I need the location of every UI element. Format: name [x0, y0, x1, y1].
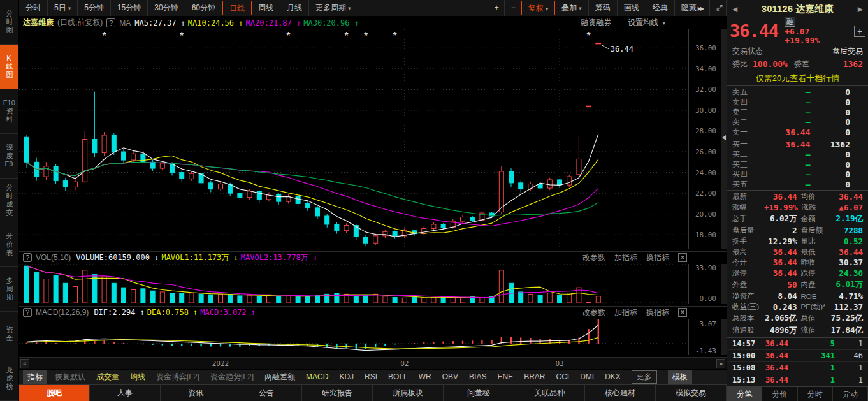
- toolbar-button[interactable]: 60分钟: [185, 0, 222, 16]
- pane-tool-button[interactable]: 加指标: [614, 307, 637, 318]
- order-book-row[interactable]: 买二—0: [727, 149, 868, 159]
- indicator-item[interactable]: DMI: [580, 372, 594, 381]
- scroll-right-button[interactable]: »: [716, 359, 725, 368]
- toolbar-button[interactable]: 日线: [222, 1, 252, 15]
- indicator-item[interactable]: 两融差额: [264, 372, 295, 383]
- toolbar-button[interactable]: 30分钟: [148, 0, 185, 16]
- order-book-row[interactable]: 卖一36.440: [727, 127, 868, 137]
- zoom-in-button[interactable]: +: [488, 0, 505, 16]
- tick-row[interactable]: 15:1336.4411: [727, 374, 868, 386]
- pane-tool-button[interactable]: 改参数: [582, 307, 605, 318]
- overlay-button[interactable]: 叠加▾: [555, 0, 589, 16]
- bottom-tab-9[interactable]: 模拟交易: [656, 385, 727, 401]
- adjust-mode-button[interactable]: 复权▾: [521, 1, 556, 15]
- order-book-row[interactable]: 买五—0: [727, 179, 868, 189]
- bottom-tab-5[interactable]: 所属板块: [373, 385, 444, 401]
- add-to-watchlist-button[interactable]: +: [854, 26, 865, 37]
- zoom-out-button[interactable]: −: [505, 0, 521, 16]
- toolbar-button[interactable]: 周线: [252, 0, 280, 16]
- pane-tool-button[interactable]: 换指标: [646, 252, 669, 263]
- hide-button[interactable]: 隐藏▶▶: [675, 0, 710, 16]
- bottom-tab-3[interactable]: 公告: [231, 385, 302, 401]
- kline-pane[interactable]: 36.0034.0032.0030.0028.0026.0024.0022.00…: [19, 29, 727, 251]
- indicator-item[interactable]: BIAS: [469, 372, 486, 381]
- bottom-tab-7[interactable]: 关联品种: [514, 385, 585, 401]
- quote-tab-1[interactable]: 分价: [762, 387, 797, 401]
- indicator-item[interactable]: 恢复默认: [55, 372, 85, 383]
- tick-row[interactable]: 15:0036.4434146: [727, 350, 868, 362]
- close-icon[interactable]: ×: [678, 253, 687, 262]
- tick-row[interactable]: 14:5736.4451: [727, 338, 868, 350]
- indicator-item[interactable]: RSI: [365, 372, 377, 381]
- toolbar-button[interactable]: 5分钟: [78, 0, 111, 16]
- chips-button[interactable]: 筹码: [589, 0, 618, 16]
- close-icon[interactable]: ×: [678, 308, 687, 317]
- toolbar-button[interactable]: 月线: [280, 0, 309, 16]
- pane-tool-button[interactable]: 加指标: [614, 252, 637, 263]
- bottom-tab-1[interactable]: 大事: [90, 385, 161, 401]
- indicator-item[interactable]: 均线: [130, 372, 145, 383]
- indicator-item[interactable]: KDJ: [339, 372, 354, 381]
- help-icon[interactable]: ?: [23, 253, 32, 262]
- pane-tool-button[interactable]: 换指标: [646, 307, 669, 318]
- quote-tab-0[interactable]: 分笔: [727, 387, 762, 401]
- bottom-tab-6[interactable]: 问董秘: [444, 385, 514, 401]
- sidebar-item-6[interactable]: 多周期: [0, 267, 18, 312]
- indicator-item[interactable]: 成交量: [96, 372, 119, 383]
- toolbar-button[interactable]: 更多周期▾: [309, 0, 358, 16]
- level2-promo-link[interactable]: 仅需20元查看十档行情: [756, 73, 839, 84]
- margin-trading-link[interactable]: 融资融券: [581, 17, 611, 28]
- indicator-item[interactable]: WR: [419, 372, 431, 381]
- indicator-item[interactable]: 资金趋势[L2]: [210, 372, 254, 383]
- toolbar-button[interactable]: 5日▾: [48, 0, 78, 16]
- tick-row[interactable]: 15:0836.4411: [727, 362, 868, 374]
- toolbar-button[interactable]: 15分钟: [111, 0, 148, 16]
- indicator-item[interactable]: DKX: [605, 372, 621, 381]
- indicator-item[interactable]: MACD: [306, 372, 328, 381]
- toolbar-button[interactable]: 分时: [19, 0, 48, 16]
- order-book-row[interactable]: 买三—0: [727, 159, 868, 170]
- order-book-row[interactable]: 卖四—0: [727, 97, 868, 107]
- draw-line-button[interactable]: 画线: [618, 0, 646, 16]
- indicator-item[interactable]: 更多: [632, 370, 657, 384]
- indicator-item[interactable]: BOLL: [388, 372, 408, 381]
- order-book-row[interactable]: 卖五—0: [727, 87, 868, 97]
- fullscreen-button[interactable]: ⤢: [710, 0, 727, 16]
- macd-pane[interactable]: ? MACD(12,26,9) DIF:2.294 ↑DEA:0.758 ↑MA…: [19, 306, 727, 357]
- indicator-item[interactable]: 模板: [668, 370, 692, 384]
- order-book-row[interactable]: 买四—0: [727, 169, 868, 179]
- order-book-row[interactable]: 卖三—0: [727, 107, 868, 117]
- indicator-item[interactable]: 指标: [23, 370, 47, 384]
- kline-chart[interactable]: 36.0034.0032.0030.0028.0026.0024.0022.00…: [19, 29, 727, 249]
- sidebar-item-7[interactable]: 资金: [0, 312, 18, 356]
- sidebar-item-3[interactable]: 深度F9: [0, 134, 18, 179]
- indicator-item[interactable]: 资金博弈[L2]: [156, 372, 199, 383]
- indicator-item[interactable]: CCI: [556, 372, 569, 381]
- quote-tab-3[interactable]: 异动: [833, 387, 868, 401]
- order-book-row[interactable]: 买一36.441362: [727, 139, 868, 149]
- indicator-item[interactable]: OBV: [442, 372, 458, 381]
- quote-tab-2[interactable]: 分时: [798, 387, 833, 401]
- sidebar-item-8[interactable]: 龙虎榜: [0, 356, 18, 401]
- bottom-tab-4[interactable]: 研究报告: [302, 385, 373, 401]
- help-icon[interactable]: ?: [106, 18, 115, 27]
- sidebar-item-5[interactable]: 分价表: [0, 222, 18, 267]
- scroll-left-button[interactable]: «: [20, 359, 29, 368]
- sidebar-item-1[interactable]: K线图: [0, 45, 18, 89]
- help-icon[interactable]: ?: [23, 308, 32, 317]
- pane-tool-button[interactable]: 改参数: [582, 252, 605, 263]
- ma-settings-link[interactable]: 设置均线 ▾: [628, 17, 665, 28]
- indicator-item[interactable]: BRAR: [524, 372, 545, 381]
- indicator-item[interactable]: ENE: [497, 372, 513, 381]
- bottom-tab-0[interactable]: 股吧: [19, 385, 90, 401]
- bottom-tab-8[interactable]: 核心题材: [585, 385, 656, 401]
- volume-chart[interactable]: 33.900.00: [19, 264, 727, 304]
- order-book-row[interactable]: 卖二—0: [727, 117, 868, 127]
- sidebar-item-4[interactable]: 分时成交: [0, 179, 18, 223]
- next-stock-button[interactable]: ▶: [855, 5, 865, 13]
- sidebar-item-0[interactable]: 分时图: [0, 0, 18, 45]
- prev-stock-button[interactable]: ◀: [730, 5, 740, 13]
- classic-button[interactable]: 经典: [646, 0, 675, 16]
- volume-pane[interactable]: ? VOL(5,10) VOLUME:60159.000 ↓MAVOL1:11.…: [19, 251, 727, 306]
- sidebar-item-2[interactable]: F10资料: [0, 89, 18, 134]
